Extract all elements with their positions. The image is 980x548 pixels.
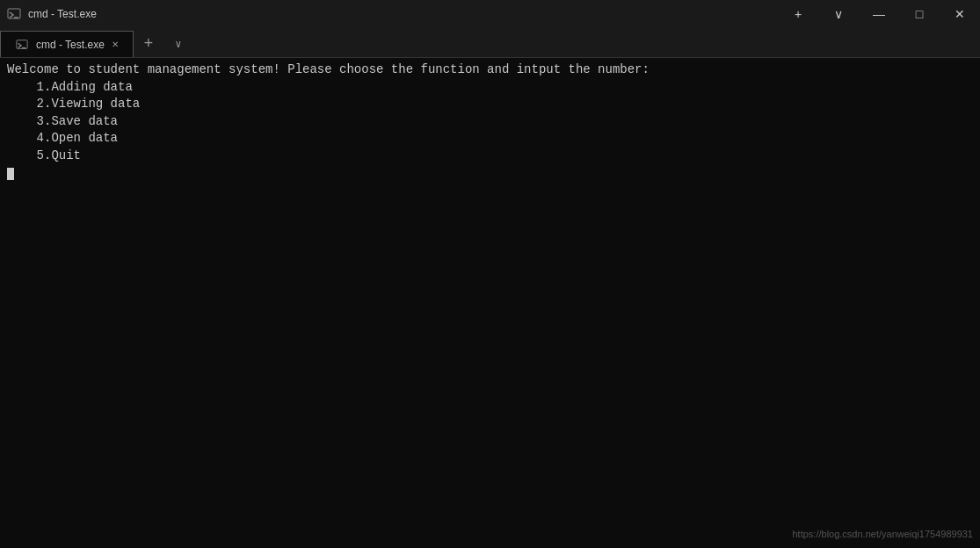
tab-bar: cmd - Test.exe ✕ + ∨ [0,28,980,58]
tab-close-button[interactable]: ✕ [112,40,119,49]
terminal-body[interactable]: Welcome to student management system! Pl… [0,58,980,548]
dropdown-button[interactable]: ∨ [818,0,859,28]
terminal-line-1: Welcome to student management system! Pl… [7,61,973,79]
watermark: https://blog.csdn.net/yanweiqi1754989931 [793,528,974,541]
minimize-button[interactable]: — [859,0,899,28]
cmd-window: cmd - Test.exe + ∨ — □ ✕ cmd - Test.exe … [0,0,980,548]
cmd-icon [7,7,21,21]
maximize-button[interactable]: □ [899,0,940,28]
tab-cmd-icon [15,38,29,52]
title-bar-left: cmd - Test.exe [7,7,97,21]
terminal-line-6: 5.Quit [7,148,973,165]
terminal-line-2: 1.Adding data [7,79,973,97]
terminal-line-3: 2.Viewing data [7,96,973,113]
add-tab-button[interactable]: + [134,31,163,57]
terminal-line-5: 4.Open data [7,130,973,148]
window-controls: + ∨ — □ ✕ [778,0,980,28]
window-title: cmd - Test.exe [28,8,97,20]
terminal-line-4: 3.Save data [7,113,973,131]
tab-label: cmd - Test.exe [36,39,105,51]
tab-dropdown-button[interactable]: ∨ [163,31,193,57]
terminal-input-line [7,165,973,183]
cursor [7,168,14,180]
title-bar: cmd - Test.exe + ∨ — □ ✕ [0,0,980,28]
active-tab[interactable]: cmd - Test.exe ✕ [0,31,134,57]
close-button[interactable]: ✕ [940,0,980,28]
new-tab-button[interactable]: + [778,0,818,28]
